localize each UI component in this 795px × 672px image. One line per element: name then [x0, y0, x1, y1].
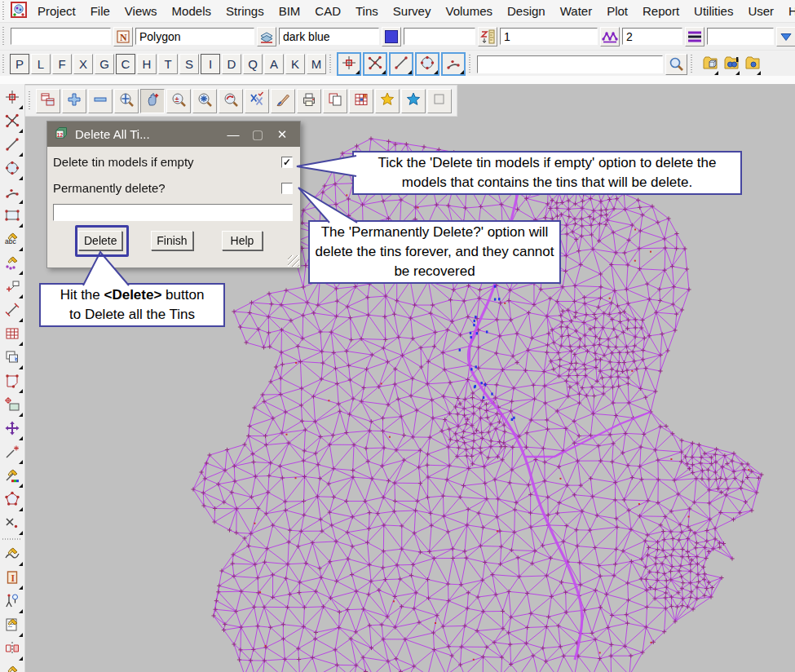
menu-project[interactable]: Project	[30, 4, 83, 18]
draw-rectangle-button[interactable]	[2, 206, 23, 228]
menu-volumes[interactable]: Volumes	[438, 4, 500, 18]
cad-letter-g-button[interactable]: G	[95, 54, 114, 74]
cad-letter-a-button[interactable]: A	[264, 54, 284, 74]
height-picker-button[interactable]	[478, 27, 497, 46]
menu-design[interactable]: Design	[500, 4, 553, 18]
search-grip[interactable]	[469, 55, 473, 74]
folders-grip[interactable]	[691, 55, 695, 74]
menu-bim[interactable]: BIM	[272, 4, 308, 18]
snap-point-button[interactable]	[337, 52, 361, 76]
height-field[interactable]	[404, 28, 475, 45]
draw-circle-button[interactable]	[2, 158, 23, 180]
style-field[interactable]	[707, 28, 774, 45]
color-line-button[interactable]	[2, 466, 23, 488]
dialog-minimize-button[interactable]: —	[221, 127, 245, 141]
search-button[interactable]	[665, 54, 687, 75]
draw-arc-button[interactable]	[2, 182, 23, 204]
dialog-title-bar[interactable]: 12 Delete All Ti... — ▢ ✕	[47, 122, 300, 147]
cad-letter-l-button[interactable]: L	[31, 54, 51, 74]
snap-arc-button[interactable]	[441, 52, 466, 76]
cad-letter-i-button[interactable]: I	[201, 54, 220, 74]
dialog-maximize-button[interactable]: ▢	[245, 127, 270, 142]
view-toolbar-grip[interactable]	[29, 91, 33, 111]
folder-cube-button[interactable]	[697, 54, 718, 75]
cad-letter-c-button[interactable]: C	[116, 54, 135, 74]
weight-picker-button[interactable]	[685, 27, 704, 46]
delete-point-button[interactable]	[2, 513, 23, 535]
menu-user[interactable]: User	[740, 4, 781, 18]
pan-zoom-button[interactable]	[114, 89, 139, 113]
menu-help[interactable]: Help	[781, 4, 795, 18]
grid-table-button[interactable]	[2, 324, 23, 346]
model-field[interactable]	[135, 28, 254, 45]
cad-letter-p-button[interactable]: P	[10, 54, 29, 74]
menu-utilities[interactable]: Utilities	[687, 4, 740, 18]
append-point-button[interactable]	[2, 276, 23, 298]
menu-cad[interactable]: CAD	[307, 4, 348, 18]
colour-field[interactable]	[279, 28, 379, 45]
star-yellow-button[interactable]	[375, 89, 400, 113]
snap-intersection-button[interactable]	[363, 52, 387, 76]
cad-letter-m-button[interactable]: M	[307, 54, 326, 74]
zoom-extents-button[interactable]	[192, 89, 217, 113]
name-picker-button[interactable]: N	[113, 27, 133, 46]
permanently-delete-checkbox[interactable]	[281, 183, 293, 194]
snap-line-button[interactable]	[389, 52, 413, 76]
snap-circle-button[interactable]	[415, 52, 439, 76]
zoom-out-button[interactable]	[88, 89, 113, 113]
menu-views[interactable]: Views	[117, 4, 165, 18]
delete-tin-models-checkbox[interactable]: ✓	[281, 157, 293, 168]
search-input[interactable]	[477, 55, 663, 73]
menu-strings[interactable]: Strings	[219, 4, 272, 18]
colour-picker-button[interactable]	[382, 27, 401, 46]
move-translate-button[interactable]	[2, 418, 23, 440]
menu-water[interactable]: Water	[553, 4, 599, 18]
star-blue-button[interactable]	[401, 89, 426, 113]
help-button[interactable]: Help	[222, 231, 263, 250]
raster-image-button[interactable]	[2, 395, 23, 417]
finish-button[interactable]: Finish	[151, 231, 193, 250]
draw-polygon-button[interactable]	[2, 489, 23, 511]
cad-letter-k-button[interactable]: K	[285, 54, 305, 74]
print-button[interactable]	[297, 89, 321, 113]
dialog-message-field[interactable]	[53, 204, 293, 221]
copy-view-button[interactable]	[323, 89, 347, 113]
extend-point-button[interactable]	[2, 442, 23, 464]
layout-plans-button[interactable]	[36, 89, 60, 113]
toolbar3-grip[interactable]	[2, 55, 7, 74]
zoom-scale-button[interactable]: ±	[166, 89, 191, 113]
polygon-pane-button[interactable]	[2, 371, 23, 393]
freehand-line-button[interactable]	[2, 544, 23, 566]
folder-gears-button[interactable]	[718, 54, 740, 75]
insert-symbol-button[interactable]: I	[2, 568, 23, 590]
text-abc-button[interactable]: abc	[2, 229, 23, 251]
cad-letter-t-button[interactable]: T	[158, 54, 178, 74]
copy-window-button[interactable]	[2, 347, 23, 369]
corner-square-button[interactable]	[427, 89, 452, 113]
grid-sheet-button[interactable]	[349, 89, 373, 113]
style-dropdown-button[interactable]	[776, 27, 795, 46]
delete-cross-button[interactable]	[245, 89, 269, 113]
measure-line-button[interactable]	[2, 300, 23, 322]
edit-pencil-button[interactable]	[2, 253, 23, 275]
draw-line-button[interactable]	[2, 135, 23, 157]
cad-letter-f-button[interactable]: F	[52, 54, 72, 74]
survey-instrument-button[interactable]	[2, 591, 23, 613]
model-picker-button[interactable]	[257, 27, 276, 46]
cad-letter-q-button[interactable]: Q	[243, 54, 263, 74]
freehand-edit-button[interactable]	[2, 662, 23, 672]
menu-survey[interactable]: Survey	[386, 4, 439, 18]
edit-document-button[interactable]	[2, 615, 23, 637]
menu-report[interactable]: Report	[635, 4, 687, 18]
snap-grip[interactable]	[329, 55, 333, 74]
pan-hand-button[interactable]	[140, 89, 165, 113]
menu-models[interactable]: Models	[165, 4, 219, 18]
folder-extra-button[interactable]	[740, 54, 761, 75]
snap-point-button[interactable]	[2, 87, 23, 109]
zoom-in-button[interactable]	[62, 89, 86, 113]
dialog-resize-grip[interactable]	[288, 255, 299, 267]
cad-letter-x-button[interactable]: X	[73, 54, 93, 74]
cad-letter-h-button[interactable]: H	[137, 54, 157, 74]
mirror-shape-button[interactable]	[2, 639, 23, 661]
zoom-previous-button[interactable]	[219, 89, 243, 113]
